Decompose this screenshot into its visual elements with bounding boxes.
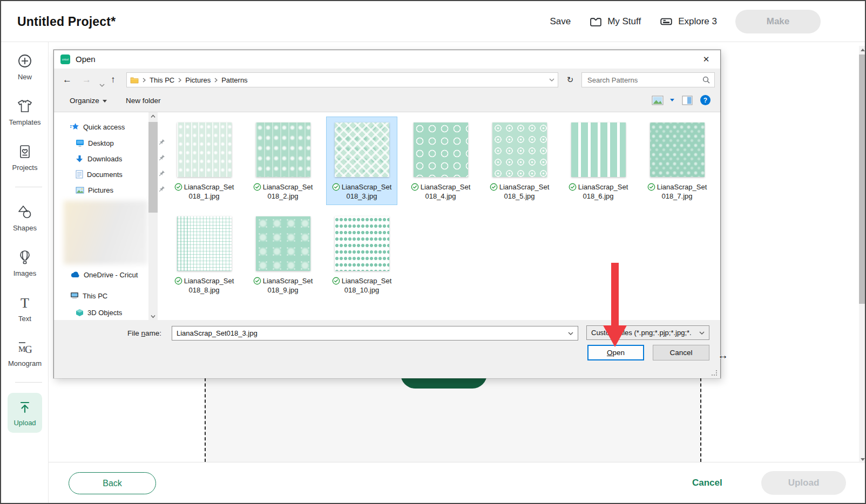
caret-down-icon	[103, 100, 107, 103]
scroll-up-arrow[interactable]	[859, 46, 866, 53]
pin-icon[interactable]	[158, 139, 165, 146]
page-scrollbar[interactable]	[859, 46, 866, 463]
open-button[interactable]: Open	[587, 345, 644, 360]
back-button[interactable]: Back	[69, 472, 156, 494]
combo-chevron-icon[interactable]	[568, 331, 573, 336]
cutting-machine-icon	[659, 15, 673, 29]
file-item[interactable]: LianaScrap_Set018_2.jpg	[247, 117, 319, 205]
page-scrollbar-thumb[interactable]	[859, 55, 866, 304]
address-dropdown-chevron-icon[interactable]	[549, 78, 554, 82]
file-item[interactable]: LianaScrap_Set018_8.jpg	[168, 210, 240, 299]
sidebar-item-text[interactable]: T Text	[1, 295, 49, 323]
file-item[interactable]: LianaScrap_Set018_5.jpg	[484, 117, 555, 205]
file-label: LianaScrap_Set018_4.jpg	[411, 182, 471, 201]
save-button[interactable]: Save	[550, 16, 571, 27]
file-item[interactable]: LianaScrap_Set018_9.jpg	[247, 210, 319, 299]
organize-menu[interactable]: Organize	[70, 92, 107, 110]
sync-ok-icon	[569, 183, 577, 191]
nav-forward-icon[interactable]: →	[82, 72, 91, 87]
cube-icon	[76, 309, 84, 317]
file-thumbnail	[650, 122, 705, 177]
sidebar-item-shapes[interactable]: Shapes	[1, 204, 49, 232]
sync-ok-icon	[174, 183, 182, 191]
breadcrumb-chevron-icon	[178, 78, 181, 83]
breadcrumb-pictures[interactable]: Pictures	[185, 76, 211, 84]
file-item[interactable]: LianaScrap_Set018_10.jpg	[326, 210, 397, 299]
file-label: LianaScrap_Set018_6.jpg	[569, 182, 628, 201]
breadcrumb-chevron-icon	[214, 78, 218, 83]
my-stuff-button[interactable]: My Stuff	[589, 15, 641, 29]
download-arrow-icon	[76, 155, 84, 163]
pin-icon[interactable]	[158, 154, 165, 161]
dialog-title-bar[interactable]: cricut Open ✕	[54, 50, 720, 69]
sidebar-item-projects[interactable]: Projects	[1, 144, 49, 172]
pin-icon[interactable]	[158, 170, 165, 177]
file-item[interactable]: LianaScrap_Set018_6.jpg	[563, 117, 634, 205]
search-box[interactable]	[581, 72, 715, 87]
tree-item-this-pc[interactable]: This PC	[70, 290, 107, 302]
file-grid: LianaScrap_Set018_1.jpgLianaScrap_Set018…	[168, 117, 713, 299]
tree-scrollbar[interactable]	[148, 112, 158, 320]
top-bar-actions: Save My Stuff Explore 3 Make	[550, 1, 821, 42]
tree-item-pictures[interactable]: Pictures	[76, 184, 148, 196]
sidebar-item-images[interactable]: Images	[1, 249, 49, 277]
file-thumbnail	[414, 122, 468, 177]
recent-locations-chevron-icon[interactable]	[99, 78, 105, 93]
file-item[interactable]: LianaScrap_Set018_1.jpg	[168, 117, 240, 205]
sync-ok-icon	[253, 183, 261, 191]
search-input[interactable]	[582, 76, 702, 84]
breadcrumb-chevron-icon	[143, 78, 146, 83]
sidebar-divider	[15, 187, 42, 187]
view-controls: ?	[652, 95, 711, 105]
change-view-button[interactable]	[652, 96, 674, 105]
refresh-icon[interactable]: ↻	[564, 72, 577, 87]
scroll-up-chevron-icon[interactable]	[151, 114, 155, 118]
tree-item-onedrive[interactable]: OneDrive - Cricut	[70, 269, 138, 281]
upload-button-disabled[interactable]: Upload	[761, 471, 846, 495]
file-name-combo[interactable]	[172, 326, 578, 340]
pin-icon[interactable]	[158, 186, 165, 193]
file-name-input[interactable]	[172, 329, 568, 337]
file-label: LianaScrap_Set018_9.jpg	[253, 276, 313, 295]
sync-ok-icon	[332, 183, 340, 191]
scroll-down-chevron-icon[interactable]	[151, 315, 155, 318]
resize-grip[interactable]	[711, 370, 717, 376]
scroll-down-arrow[interactable]	[859, 455, 866, 463]
sidebar-item-templates[interactable]: Templates	[1, 98, 49, 126]
sidebar-divider	[15, 382, 42, 383]
file-thumbnail	[177, 122, 232, 177]
help-icon[interactable]: ?	[700, 95, 711, 105]
dialog-cancel-button[interactable]: Cancel	[653, 345, 709, 360]
breadcrumb-this-pc[interactable]: This PC	[150, 76, 174, 84]
cricut-logo-icon: cricut	[60, 55, 70, 64]
explore-machine-button[interactable]: Explore 3	[659, 15, 717, 29]
nav-up-icon[interactable]: ↑	[111, 72, 116, 87]
file-item[interactable]: LianaScrap_Set018_4.jpg	[405, 117, 476, 205]
make-button[interactable]: Make	[735, 10, 821, 33]
tree-scrollbar-thumb[interactable]	[148, 122, 158, 213]
new-folder-button[interactable]: New folder	[126, 92, 161, 110]
tree-item-desktop[interactable]: Desktop	[76, 137, 148, 149]
address-bar[interactable]: This PC Pictures Patterns	[126, 72, 558, 87]
preview-pane-icon[interactable]	[682, 96, 693, 105]
file-thumbnail	[571, 122, 626, 177]
file-item[interactable]: LianaScrap_Set018_3.jpg	[326, 117, 397, 205]
tree-item-3d-objects[interactable]: 3D Objects	[76, 307, 122, 318]
sidebar-item-upload[interactable]: Upload	[8, 393, 42, 433]
file-name-label: File name:	[127, 329, 161, 337]
sync-ok-icon	[490, 183, 498, 191]
file-item[interactable]: LianaScrap_Set018_7.jpg	[641, 117, 713, 205]
close-icon[interactable]: ✕	[696, 50, 716, 69]
tree-item-documents[interactable]: Documents	[76, 168, 148, 180]
svg-text:T: T	[21, 295, 29, 311]
sidebar-item-monogram[interactable]: MG Monogram	[1, 339, 49, 367]
tree-item-quick-access[interactable]: Quick access	[70, 121, 125, 133]
sidebar-item-new[interactable]: New	[1, 53, 49, 81]
tree-item-downloads[interactable]: Downloads	[76, 153, 148, 165]
quick-access-star-icon	[70, 122, 79, 131]
search-icon	[702, 76, 710, 84]
cancel-link[interactable]: Cancel	[692, 462, 722, 503]
file-label: LianaScrap_Set018_7.jpg	[647, 182, 707, 201]
breadcrumb-patterns[interactable]: Patterns	[221, 76, 247, 84]
nav-back-icon[interactable]: ←	[63, 72, 72, 87]
